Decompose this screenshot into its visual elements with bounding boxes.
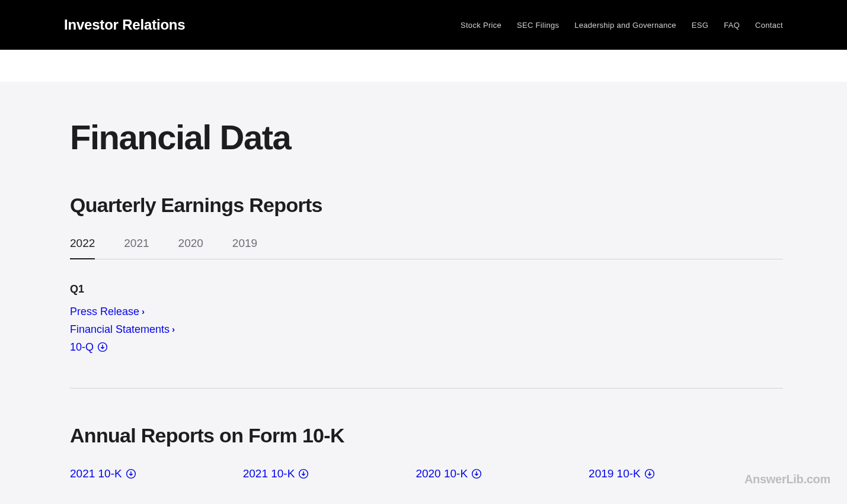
ten-q-link[interactable]: 10-Q: [70, 338, 108, 356]
tab-2021[interactable]: 2021: [124, 237, 149, 259]
quarter-links: Press Release › Financial Statements › 1…: [70, 303, 783, 356]
link-label: 2020 10-K: [415, 467, 468, 480]
link-label: 10-Q: [70, 338, 94, 356]
site-title: Investor Relations: [64, 17, 185, 33]
nav-faq[interactable]: FAQ: [724, 21, 740, 30]
nav-esg[interactable]: ESG: [692, 21, 708, 30]
annual-heading: Annual Reports on Form 10-K: [70, 424, 783, 447]
link-label: 2021 10-K: [243, 467, 295, 480]
tab-2019[interactable]: 2019: [232, 237, 257, 259]
tab-2022[interactable]: 2022: [70, 237, 95, 259]
nav-leadership-governance[interactable]: Leadership and Governance: [574, 21, 676, 30]
financial-statements-link[interactable]: Financial Statements ›: [70, 320, 175, 338]
download-icon: [471, 468, 482, 479]
top-nav: Stock Price SEC Filings Leadership and G…: [461, 21, 783, 30]
download-icon: [126, 468, 136, 479]
quarterly-section: Quarterly Earnings Reports 2022 2021 202…: [70, 194, 783, 389]
section-divider: [70, 388, 783, 389]
download-icon: [644, 468, 655, 479]
annual-report-link-2[interactable]: 2020 10-K: [415, 467, 482, 480]
nav-contact[interactable]: Contact: [755, 21, 783, 30]
annual-report-link-1[interactable]: 2021 10-K: [243, 467, 309, 480]
annual-section: Annual Reports on Form 10-K 2021 10-K 20…: [70, 424, 783, 480]
nav-sec-filings[interactable]: SEC Filings: [517, 21, 559, 30]
quarter-label: Q1: [70, 283, 783, 296]
link-label: Press Release: [70, 303, 139, 320]
quarterly-heading: Quarterly Earnings Reports: [70, 194, 783, 217]
press-release-link[interactable]: Press Release ›: [70, 303, 145, 320]
annual-reports-row: 2021 10-K 2021 10-K 2020: [70, 467, 783, 480]
main-content: Financial Data Quarterly Earnings Report…: [0, 82, 847, 504]
chevron-right-icon: ›: [142, 303, 145, 320]
annual-report-link-3[interactable]: 2019 10-K: [589, 467, 655, 480]
download-icon: [97, 342, 108, 352]
download-icon: [298, 468, 309, 479]
link-label: Financial Statements: [70, 320, 170, 338]
annual-report-link-0[interactable]: 2021 10-K: [70, 467, 136, 480]
spacer: [0, 50, 847, 82]
tab-2020[interactable]: 2020: [178, 237, 203, 259]
nav-stock-price[interactable]: Stock Price: [461, 21, 501, 30]
link-label: 2019 10-K: [589, 467, 641, 480]
topbar: Investor Relations Stock Price SEC Filin…: [0, 0, 847, 50]
year-tabs: 2022 2021 2020 2019: [70, 237, 783, 259]
page-title: Financial Data: [70, 117, 783, 157]
quarter-block: Q1 Press Release › Financial Statements …: [70, 283, 783, 356]
link-label: 2021 10-K: [70, 467, 122, 480]
chevron-right-icon: ›: [172, 320, 175, 338]
